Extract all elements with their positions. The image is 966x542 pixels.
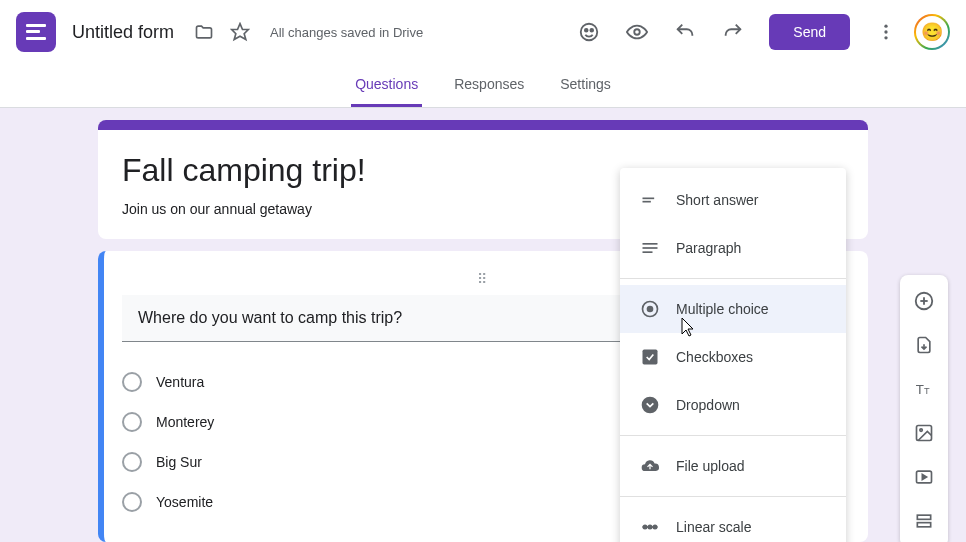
svg-rect-17 [643,350,658,365]
question-type-menu: Short answer Paragraph Multiple choice C… [620,168,846,542]
svg-point-1 [581,24,598,41]
svg-point-20 [643,525,646,528]
svg-rect-10 [643,198,655,200]
star-icon[interactable] [228,20,252,44]
option-label[interactable]: Ventura [156,374,204,390]
svg-text:T: T [924,386,930,396]
menu-item-dropdown[interactable]: Dropdown [620,381,846,429]
side-toolbar: TT [900,275,948,542]
svg-point-29 [920,429,923,432]
tabs-bar: Questions Responses Settings [0,64,966,108]
svg-point-18 [642,397,659,414]
save-status: All changes saved in Drive [270,25,423,40]
option-label[interactable]: Yosemite [156,494,213,510]
menu-item-short-answer[interactable]: Short answer [620,176,846,224]
short-answer-icon [640,190,660,210]
radio-icon [122,452,142,472]
folder-icon[interactable] [192,20,216,44]
svg-marker-31 [922,475,926,480]
paragraph-icon [640,238,660,258]
menu-divider [620,435,846,436]
add-section-icon[interactable] [906,503,942,539]
linear-scale-icon [640,517,660,537]
preview-icon[interactable] [617,12,657,52]
add-question-icon[interactable] [906,283,942,319]
svg-point-4 [635,29,641,35]
svg-point-5 [884,25,887,28]
menu-divider [620,278,846,279]
menu-item-paragraph[interactable]: Paragraph [620,224,846,272]
more-icon[interactable] [866,12,906,52]
svg-rect-11 [643,201,651,203]
svg-text:T: T [916,382,924,397]
tab-questions[interactable]: Questions [351,64,422,107]
menu-label: Dropdown [676,397,740,413]
radio-icon [122,492,142,512]
tab-settings[interactable]: Settings [556,64,615,107]
checkbox-icon [640,347,660,367]
menu-label: Checkboxes [676,349,753,365]
option-label[interactable]: Big Sur [156,454,202,470]
menu-item-multiple-choice[interactable]: Multiple choice [620,285,846,333]
radio-selected-icon [640,299,660,319]
form-title-input[interactable]: Untitled form [72,22,174,43]
menu-item-linear-scale[interactable]: Linear scale [620,503,846,542]
svg-rect-32 [917,515,930,519]
dropdown-icon [640,395,660,415]
menu-label: File upload [676,458,745,474]
menu-label: Short answer [676,192,758,208]
svg-point-22 [653,525,656,528]
tab-responses[interactable]: Responses [450,64,528,107]
cloud-upload-icon [640,456,660,476]
add-video-icon[interactable] [906,459,942,495]
app-header: Untitled form All changes saved in Drive… [0,0,966,64]
add-image-icon[interactable] [906,415,942,451]
import-questions-icon[interactable] [906,327,942,363]
add-title-icon[interactable]: TT [906,371,942,407]
menu-label: Multiple choice [676,301,769,317]
svg-point-6 [884,30,887,33]
svg-rect-14 [643,251,653,253]
svg-point-16 [647,306,654,313]
svg-point-7 [884,36,887,39]
menu-divider [620,496,846,497]
menu-item-checkboxes[interactable]: Checkboxes [620,333,846,381]
svg-marker-0 [232,24,249,40]
svg-rect-12 [643,243,658,245]
forms-logo[interactable] [16,12,56,52]
svg-point-3 [591,29,594,32]
customize-theme-icon[interactable] [569,12,609,52]
menu-label: Paragraph [676,240,741,256]
option-label[interactable]: Monterey [156,414,214,430]
svg-point-21 [648,525,651,528]
undo-icon[interactable] [665,12,705,52]
svg-point-2 [585,29,588,32]
redo-icon[interactable] [713,12,753,52]
menu-label: Linear scale [676,519,752,535]
account-avatar[interactable]: 😊 [914,14,950,50]
radio-icon [122,372,142,392]
menu-item-file-upload[interactable]: File upload [620,442,846,490]
send-button[interactable]: Send [769,14,850,50]
svg-rect-33 [917,523,930,527]
radio-icon [122,412,142,432]
svg-rect-13 [643,247,658,249]
